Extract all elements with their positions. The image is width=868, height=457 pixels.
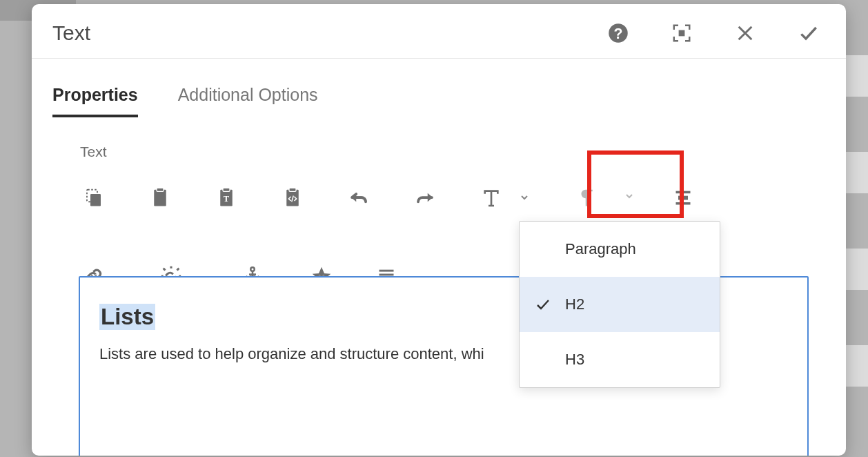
dialog-header: Text ?: [32, 4, 846, 59]
paste-text-button[interactable]: T: [210, 179, 243, 215]
dialog-title: Text: [52, 21, 606, 45]
svg-rect-6: [157, 188, 164, 191]
chevron-down-icon: [624, 191, 635, 202]
svg-rect-11: [289, 188, 296, 191]
redo-icon: [413, 187, 437, 208]
redo-button[interactable]: [408, 179, 442, 215]
dialog-tabs: Properties Additional Options: [32, 59, 846, 117]
paraformat-option-label: H3: [565, 351, 584, 369]
svg-rect-3: [90, 194, 101, 206]
paraformat-option-paragraph[interactable]: Paragraph: [520, 222, 720, 277]
svg-rect-12: [676, 191, 691, 194]
clipboard-icon: [150, 186, 170, 208]
confirm-button[interactable]: [796, 21, 821, 46]
svg-rect-5: [154, 190, 166, 206]
help-icon: ?: [608, 23, 629, 43]
paraformat-option-label: H2: [565, 295, 584, 313]
paste-text-icon: T: [216, 186, 237, 208]
svg-rect-17: [379, 274, 394, 276]
svg-text:?: ?: [614, 26, 623, 42]
text-icon: [480, 186, 502, 208]
tab-additional-options[interactable]: Additional Options: [178, 85, 318, 117]
dialog-body: Text T: [32, 117, 846, 456]
svg-rect-13: [678, 196, 688, 200]
close-icon: [736, 23, 755, 43]
text-style-dropdown-toggle[interactable]: [516, 179, 533, 215]
pilcrow-icon: [576, 186, 597, 208]
paraformat-dropdown: Paragraph H2 H3: [519, 221, 720, 388]
paste-html-button[interactable]: [276, 179, 309, 215]
help-button[interactable]: ?: [606, 21, 631, 46]
check-icon: [798, 22, 820, 44]
tab-properties[interactable]: Properties: [52, 85, 138, 117]
svg-rect-16: [379, 270, 394, 272]
editor-heading[interactable]: Lists: [99, 304, 155, 330]
cancel-button[interactable]: [733, 21, 758, 46]
dialog-header-actions: ?: [606, 21, 825, 46]
align-center-icon: [673, 188, 693, 207]
paste-button[interactable]: [144, 179, 177, 215]
paraformat-option-h2[interactable]: H2: [520, 277, 720, 332]
svg-rect-8: [223, 188, 230, 191]
copy-icon: [83, 187, 104, 208]
undo-button[interactable]: [342, 179, 375, 215]
paste-html-icon: [282, 186, 303, 208]
chevron-down-icon: [519, 192, 530, 203]
align-button[interactable]: [667, 179, 700, 215]
text-style-button[interactable]: [475, 179, 508, 215]
paraformat-option-label: Paragraph: [565, 240, 636, 258]
svg-rect-2: [679, 30, 685, 37]
field-label-text: Text: [80, 144, 805, 160]
svg-text:T: T: [224, 194, 230, 204]
undo-icon: [347, 187, 371, 208]
text-edit-dialog: Text ? Properties Additional Options Tex…: [32, 4, 846, 456]
fullscreen-icon: [671, 23, 692, 43]
paraformat-dropdown-toggle[interactable]: [624, 191, 635, 204]
paraformat-button[interactable]: [570, 179, 603, 215]
fullscreen-button[interactable]: [669, 21, 694, 46]
paraformat-button-group: [563, 175, 642, 220]
copy-button[interactable]: [77, 179, 110, 215]
svg-rect-14: [676, 202, 691, 205]
check-icon: [535, 296, 551, 313]
selected-check: [535, 296, 565, 313]
paraformat-option-h3[interactable]: H3: [520, 332, 720, 387]
